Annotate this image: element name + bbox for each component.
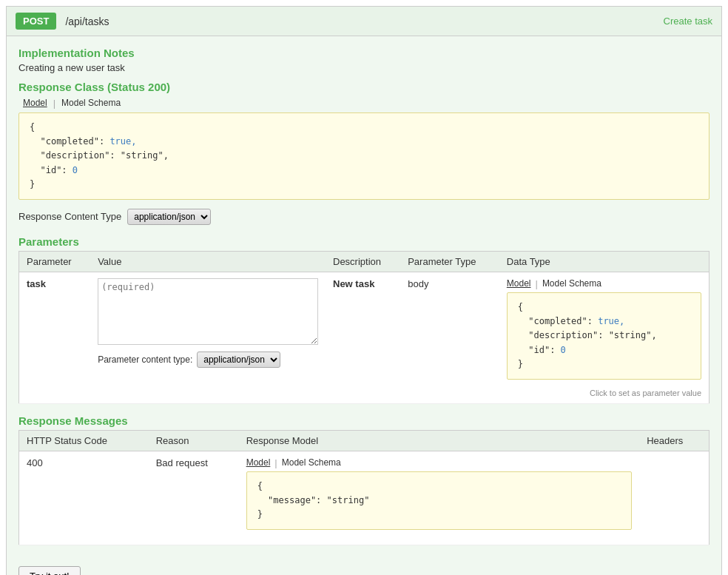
param-content-type-row: Parameter content type: application/json (98, 352, 318, 368)
response-messages-section: Response Messages HTTP Status Code Reaso… (18, 414, 710, 546)
schema-description-key: "description": (528, 330, 608, 340)
response-class-code-box: { "completed": true, "description": "str… (18, 112, 710, 200)
col-headers: Headers (639, 430, 709, 451)
param-value-cell: Parameter content type: application/json (90, 272, 326, 403)
response-model-tab[interactable]: Model (246, 457, 271, 468)
method-badge: POST (16, 13, 56, 30)
code-id-key: "id": (40, 165, 72, 175)
implementation-notes-text: Creating a new user task (18, 62, 710, 73)
implementation-notes-title: Implementation Notes (18, 47, 710, 59)
resp-brace-open: { (257, 481, 263, 491)
code-description-val: "string", (121, 150, 169, 161)
api-endpoint-container: POST /api/tasks Create task Implementati… (6, 6, 722, 575)
implementation-notes-section: Implementation Notes Creating a new user… (18, 47, 710, 73)
create-task-link[interactable]: Create task (664, 16, 712, 27)
parameters-section: Parameters Parameter Value Description P… (18, 235, 710, 404)
response-model-cell: Model | Model Schema { "message": "strin… (239, 451, 640, 545)
param-name: task (27, 278, 46, 289)
code-brace-close: } (30, 179, 35, 189)
schema-completed-key: "completed": (528, 316, 598, 326)
schema-description-val: "string", (609, 330, 657, 340)
code-completed-key: "completed": (40, 136, 109, 147)
try-it-out-button[interactable]: Try it out! (18, 566, 81, 575)
data-type-divider: | (535, 278, 537, 289)
param-description: New task (333, 278, 374, 289)
response-class-section: Response Class (Status 200) Model | Mode… (18, 81, 710, 200)
resp-brace-close: } (257, 509, 263, 519)
headers-cell (639, 451, 709, 545)
parameters-table: Parameter Value Description Parameter Ty… (18, 251, 710, 404)
col-data-type: Data Type (499, 251, 710, 272)
table-row: 400 Bad request Model | Model Schema { (19, 451, 710, 545)
response-model-divider: | (274, 457, 277, 468)
resp-message-val: "string" (327, 495, 370, 505)
response-messages-table: HTTP Status Code Reason Response Model H… (18, 430, 710, 546)
code-completed-val: true, (109, 136, 136, 147)
table-row: task Parameter content type: application… (19, 272, 710, 403)
response-model-tabs: Model | Model Schema (246, 457, 633, 468)
param-data-type-cell: Model | Model Schema { "completed": true… (499, 272, 710, 403)
try-it-out-container: Try it out! (18, 556, 710, 575)
param-type-cell: body (400, 272, 499, 403)
schema-brace-open: { (518, 302, 523, 312)
col-parameter-type: Parameter Type (400, 251, 499, 272)
resp-message-key: "message": (268, 495, 326, 505)
response-schema-tab[interactable]: Model Schema (282, 457, 341, 468)
code-id-val: 0 (73, 165, 78, 175)
response-messages-title: Response Messages (18, 414, 710, 427)
response-content-type-select[interactable]: application/json (127, 209, 211, 225)
data-type-model-tab[interactable]: Model (507, 278, 531, 289)
data-type-schema-tab[interactable]: Model Schema (542, 278, 601, 289)
code-description-key: "description": (40, 150, 120, 161)
param-name-cell: task (19, 272, 91, 403)
status-code-cell: 400 (19, 451, 149, 545)
response-model-code-box: { "message": "string" } (246, 471, 633, 531)
parameters-title: Parameters (18, 235, 710, 248)
col-http-status: HTTP Status Code (19, 430, 149, 451)
header-left: POST /api/tasks (16, 13, 109, 30)
schema-id-val: 0 (561, 345, 566, 355)
schema-completed-val: true, (598, 316, 624, 326)
content-area: Implementation Notes Creating a new user… (7, 36, 721, 575)
col-parameter: Parameter (19, 251, 91, 272)
response-content-type-row: Response Content Type application/json (18, 209, 710, 225)
tab-divider: | (53, 98, 55, 109)
header-bar: POST /api/tasks Create task (7, 7, 721, 36)
messages-header-row: HTTP Status Code Reason Response Model H… (19, 430, 710, 451)
param-value-textarea[interactable] (98, 278, 318, 345)
param-content-type-label: Parameter content type: (98, 354, 192, 365)
params-table-header-row: Parameter Value Description Parameter Ty… (19, 251, 710, 272)
param-description-cell: New task (326, 272, 400, 403)
reason-cell: Bad request (149, 451, 239, 545)
response-class-title: Response Class (Status 200) (18, 81, 710, 93)
response-class-tabs: Model | Model Schema (18, 96, 710, 110)
endpoint-path: /api/tasks (65, 16, 109, 27)
col-description: Description (326, 251, 400, 272)
status-code: 400 (27, 457, 43, 468)
response-content-type-label: Response Content Type (18, 211, 121, 222)
col-value: Value (90, 251, 326, 272)
code-brace-open: { (30, 122, 35, 132)
data-type-tabs: Model | Model Schema (507, 278, 701, 289)
model-schema-tab[interactable]: Model Schema (57, 96, 125, 110)
schema-brace-close: } (518, 359, 523, 369)
click-to-set-label: Click to set as parameter value (507, 389, 701, 397)
data-type-code-box: { "completed": true, "description": "str… (507, 292, 701, 380)
col-reason: Reason (149, 430, 239, 451)
param-content-type-select[interactable]: application/json (197, 352, 280, 368)
schema-id-key: "id": (528, 345, 560, 355)
model-tab[interactable]: Model (18, 96, 52, 110)
col-response-model: Response Model (239, 430, 640, 451)
